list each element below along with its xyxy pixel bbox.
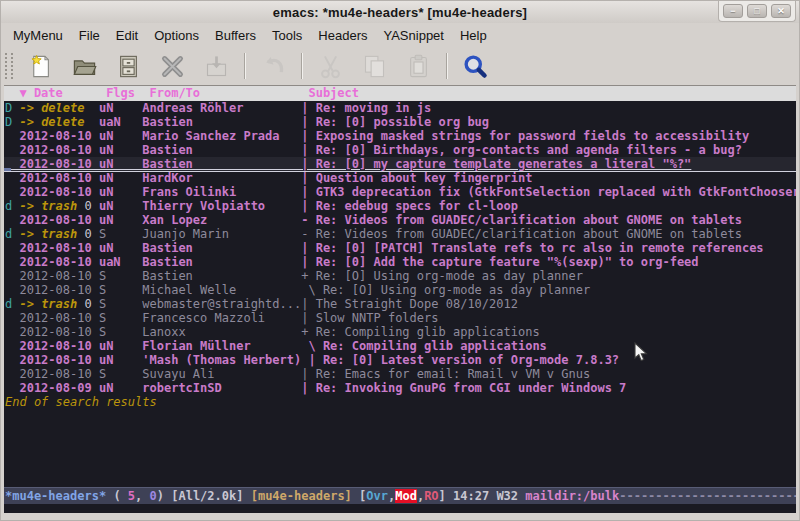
row-segment: 0	[77, 297, 91, 311]
row-segment: -> trash	[19, 227, 77, 241]
new-file-icon	[27, 53, 54, 80]
end-of-results-line: End of search results	[4, 395, 796, 409]
window-controls: −□✕	[718, 1, 796, 22]
message-row[interactable]: 2012-08-10 uN Bastien | Re: [0] Birthday…	[4, 143, 796, 157]
toolbar-separator	[301, 53, 302, 79]
toolbar	[1, 47, 799, 85]
row-segment: 2012-08-10 uN Mario Sanchez Prada | Expo…	[5, 129, 749, 143]
emacs-window: emacs: *mu4e-headers* [mu4e-headers] −□✕…	[0, 0, 800, 521]
buffer-area: D -> delete uN Andreas Röhler | Re: movi…	[4, 101, 796, 487]
minimize-button[interactable]: −	[723, 4, 743, 18]
toolbar-grip-handle[interactable]	[5, 53, 13, 79]
message-row[interactable]: D -> delete uN Andreas Röhler | Re: movi…	[4, 101, 796, 115]
modeline-segment: Ovr	[366, 489, 388, 503]
menu-mymenu[interactable]: MyMenu	[5, 26, 71, 45]
toolbar-open-folder-button[interactable]	[62, 49, 106, 83]
message-row[interactable]: 2012-08-10 uN Bastien | Re: [0] my captu…	[4, 157, 796, 171]
toolbar-undo-button	[251, 49, 295, 83]
row-segment: -> trash	[19, 199, 77, 213]
row-segment: d	[5, 297, 19, 311]
row-segment: End of search results	[5, 395, 157, 409]
toolbar-copy-button	[352, 49, 396, 83]
row-segment: 2012-08-10 S Lanoxx + Re: Compiling glib…	[5, 325, 540, 339]
toolbar-search-button[interactable]	[453, 49, 497, 83]
message-row[interactable]: 2012-08-10 S Suvayu Ali | Re: Emacs for …	[4, 367, 796, 381]
toolbar-close-buffer-button[interactable]	[150, 49, 194, 83]
modeline-segment: *mu4e-headers*	[5, 489, 106, 503]
message-row[interactable]: 2012-08-10 S Lanoxx + Re: Compiling glib…	[4, 325, 796, 339]
titlebar: emacs: *mu4e-headers* [mu4e-headers] −□✕	[1, 1, 799, 23]
row-segment: 2012-08-10 uN Florian Müllner \ Re: Comp…	[5, 339, 547, 353]
message-row[interactable]: 2012-08-09 uN robertcInSD | Re: Invoking…	[4, 381, 796, 395]
modeline-segment: 0	[150, 489, 157, 503]
toolbar-paste-button	[396, 49, 440, 83]
menu-bar: MyMenuFileEditOptionsBuffersToolsHeaders…	[1, 23, 799, 47]
row-segment: 2012-08-10 uN 'Mash (Thomas Herbert) | R…	[5, 353, 619, 367]
row-segment: 2012-08-10 uN Xan Lopez - Re: Videos fro…	[5, 213, 742, 227]
row-segment: 2012-08-10 uN Frans Oilinki | GTK3 depre…	[5, 185, 796, 199]
row-segment: D	[5, 101, 19, 115]
message-row[interactable]: 2012-08-10 S Francesco Mazzoli | Slow NN…	[4, 311, 796, 325]
message-row[interactable]: 2012-08-10 S Michael Welle \ Re: [O] Usi…	[4, 283, 796, 297]
menu-file[interactable]: File	[71, 26, 108, 45]
menu-edit[interactable]: Edit	[108, 26, 146, 45]
message-row[interactable]: d -> trash 0 S webmaster@straightd...| T…	[4, 297, 796, 311]
message-row[interactable]: 2012-08-10 uN 'Mash (Thomas Herbert) | R…	[4, 353, 796, 367]
row-segment: 2012-08-10 uN Bastien | Re: [0] my captu…	[5, 157, 691, 171]
modeline-segment: [mu4e-headers]	[251, 489, 352, 503]
message-row[interactable]: 2012-08-10 uN Xan Lopez - Re: Videos fro…	[4, 213, 796, 227]
fringe-current-line-marker	[4, 168, 11, 171]
menu-options[interactable]: Options	[146, 26, 207, 45]
message-row[interactable]: 2012-08-10 uN Florian Müllner \ Re: Comp…	[4, 339, 796, 353]
row-segment: -> delete	[19, 115, 84, 129]
row-segment: d	[5, 199, 19, 213]
menu-tools[interactable]: Tools	[264, 26, 310, 45]
close-button[interactable]: ✕	[771, 4, 791, 18]
emacs-frame: ▼ Date Flgs From/To Subject D -> delete …	[4, 85, 796, 513]
message-row[interactable]: 2012-08-10 uN Bastien | Re: [0] [PATCH] …	[4, 241, 796, 255]
modeline-segment: Mod	[395, 489, 417, 503]
menu-headers[interactable]: Headers	[310, 26, 375, 45]
message-row[interactable]: D -> delete uaN Bastien | Re: [0] possib…	[4, 115, 796, 129]
modeline-segment: [	[352, 489, 366, 503]
row-segment: 2012-08-10 S Suvayu Ali | Re: Emacs for …	[5, 367, 590, 381]
dired-cabinet-icon	[115, 53, 142, 80]
message-row[interactable]: 2012-08-10 S Bastien + Re: [O] Using org…	[4, 269, 796, 283]
menu-help[interactable]: Help	[452, 26, 495, 45]
modeline-segment: ) [All/2.0k]	[157, 489, 251, 503]
window-title: emacs: *mu4e-headers* [mu4e-headers]	[273, 5, 527, 20]
row-segment: 2012-08-10 uN Bastien | Re: [0] Birthday…	[5, 143, 742, 157]
row-segment: S Juanjo Marin - Re: Videos from GUADEC/…	[92, 227, 742, 241]
row-segment: 0	[77, 199, 91, 213]
row-segment: 2012-08-10 uaN Bastien | Re: [0] Add the…	[5, 255, 699, 269]
mode-line: *mu4e-headers* ( 5, 0) [All/2.0k] [mu4e-…	[4, 487, 796, 504]
message-row[interactable]: 2012-08-10 uaN Bastien | Re: [0] Add the…	[4, 255, 796, 269]
row-segment: S webmaster@straightd...| The Straight D…	[92, 297, 518, 311]
maximize-button[interactable]: □	[747, 4, 767, 18]
toolbar-dired-cabinet-button[interactable]	[106, 49, 150, 83]
row-segment: D	[5, 115, 19, 129]
menu-buffers[interactable]: Buffers	[207, 26, 264, 45]
modeline-segment: ] 14:27 W32	[439, 489, 526, 503]
modeline-segment: ,	[135, 489, 149, 503]
row-segment: -> trash	[19, 297, 77, 311]
toolbar-save-buffer-button	[194, 49, 238, 83]
copy-icon	[361, 53, 388, 80]
toolbar-separator	[446, 53, 447, 79]
menu-yasnippet[interactable]: YASnippet	[375, 26, 451, 45]
header-line: ▼ Date Flgs From/To Subject	[4, 86, 796, 101]
message-row[interactable]: 2012-08-10 uN HardKor | Question about k…	[4, 171, 796, 185]
message-row[interactable]: 2012-08-10 uN Mario Sanchez Prada | Expo…	[4, 129, 796, 143]
message-row[interactable]: d -> trash 0 S Juanjo Marin - Re: Videos…	[4, 227, 796, 241]
row-segment: 2012-08-10 uN Bastien | Re: [0] [PATCH] …	[5, 241, 764, 255]
message-row[interactable]: d -> trash 0 uN Thierry Volpiatto | Re: …	[4, 199, 796, 213]
row-segment: uN Thierry Volpiatto | Re: edebug specs …	[92, 199, 518, 213]
modeline-segment: RO	[424, 489, 438, 503]
echo-area	[4, 504, 796, 513]
search-icon	[462, 53, 489, 80]
close-buffer-icon	[159, 53, 186, 80]
row-segment: 0	[77, 227, 91, 241]
message-row[interactable]: 2012-08-10 uN Frans Oilinki | GTK3 depre…	[4, 185, 796, 199]
toolbar-new-file-button[interactable]	[18, 49, 62, 83]
modeline-segment: ----------------------------------------	[619, 489, 796, 503]
